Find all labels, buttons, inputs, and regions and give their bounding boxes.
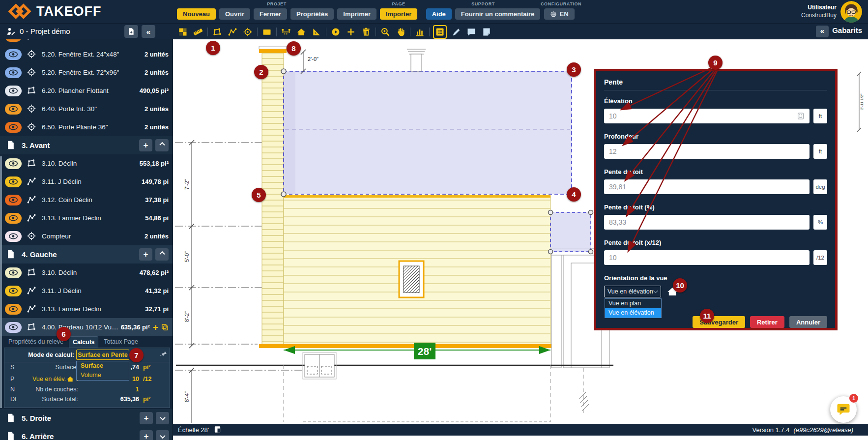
header-button[interactable]: Aide <box>426 8 452 20</box>
mode-option[interactable]: Volume <box>77 371 129 380</box>
page-group-row[interactable]: 6. Arrière + <box>0 427 173 440</box>
value-input[interactable]: 83,33 <box>604 215 810 230</box>
gable-selection[interactable] <box>284 71 572 194</box>
language-button[interactable]: EN <box>544 8 574 20</box>
rectangle-icon[interactable] <box>261 26 273 38</box>
orientation-option[interactable]: Vue en élévation <box>605 308 661 318</box>
value-input[interactable]: 10 <box>604 109 810 123</box>
keypad-icon[interactable] <box>797 112 805 120</box>
chat-fab[interactable]: 1 <box>830 396 857 423</box>
roof-pitch-icon[interactable] <box>295 26 307 38</box>
calc-label[interactable]: Surface total: <box>8 396 78 403</box>
visibility-eye-toggle[interactable] <box>5 176 22 187</box>
gabarits-label[interactable]: Gabarits <box>832 26 862 34</box>
mode-option[interactable]: Surface <box>77 361 129 371</box>
polygon-icon[interactable] <box>211 26 223 38</box>
takeoff-list-item[interactable]: 2.00. Cloison Int. <box>0 39 173 45</box>
takeoff-list-item[interactable]: 3.12. Coin Déclin 37,38 pi <box>0 191 173 209</box>
calc-label[interactable]: Surface: <box>8 364 78 371</box>
takeoff-list-item[interactable]: 5.20. Fenêtre Ext. 24"x48" 2 unités <box>0 45 173 63</box>
takeoff-list-item[interactable]: 3.13. Larmier Déclin 32,71 pi <box>0 300 173 318</box>
visibility-eye-toggle[interactable] <box>5 213 22 224</box>
details-tab[interactable]: Calculs <box>69 336 98 348</box>
visibility-eye-toggle[interactable] <box>5 231 22 242</box>
expand-group-button[interactable] <box>156 412 169 424</box>
add-measure-button[interactable]: + <box>153 323 158 332</box>
takeoff-list-item[interactable]: 6.40. Porte Int. 30" 2 unités <box>0 100 173 118</box>
header-button[interactable]: Fermer <box>254 8 287 20</box>
page-group-row[interactable]: 3. Avant + <box>0 136 173 154</box>
add-icon[interactable] <box>345 26 357 38</box>
visibility-eye-toggle[interactable] <box>5 39 22 42</box>
set-square-icon[interactable] <box>311 26 322 38</box>
takeoff-list-item[interactable]: 4.00. Bardeau 10/12 Vue en… 635,36 pi² + <box>0 318 173 336</box>
visibility-eye-toggle[interactable] <box>5 158 22 169</box>
polyline-icon[interactable] <box>227 26 238 38</box>
value-input[interactable]: 10 <box>604 250 810 265</box>
orientation-select[interactable]: Vue en élévation Vue en planVue en éléva… <box>604 286 661 297</box>
visibility-eye-toggle[interactable] <box>5 322 22 333</box>
collapse-sidebar-button[interactable]: « <box>142 25 155 38</box>
new-page-button[interactable] <box>124 25 138 38</box>
expand-group-button[interactable] <box>156 430 169 440</box>
header-button[interactable]: Ouvrir <box>219 8 250 20</box>
visibility-eye-toggle[interactable] <box>5 67 22 78</box>
takeoff-list-item[interactable]: 3.11. J Déclin 149,78 pi <box>0 173 173 191</box>
collapse-group-button[interactable] <box>155 248 169 261</box>
duplicate-button[interactable] <box>161 323 169 331</box>
takeoff-list-item[interactable]: 3.10. Déclin 478,62 pi² <box>0 264 173 282</box>
comment-icon[interactable] <box>465 26 477 38</box>
takeoff-list-item[interactable]: Compteur 2 unités <box>0 227 173 245</box>
collapse-group-button[interactable] <box>155 139 169 151</box>
add-item-button[interactable]: + <box>140 412 153 424</box>
takeoff-list-item[interactable]: 3.11. J Déclin 41,32 pi <box>0 282 173 300</box>
visibility-eye-toggle[interactable] <box>5 304 22 315</box>
page-group-row[interactable]: 5. Droite + <box>0 409 173 427</box>
header-button[interactable]: Propriétés <box>290 8 334 20</box>
header-button[interactable]: Fournir un commentaire <box>455 8 541 20</box>
orientation-option[interactable]: Vue en plan <box>605 299 661 308</box>
dimension-icon[interactable] <box>280 26 292 38</box>
details-tab[interactable]: Totaux Page <box>100 336 142 348</box>
avatar[interactable] <box>840 1 862 23</box>
takeoff-list-icon[interactable] <box>433 25 447 39</box>
collapse-gabarits-button[interactable]: « <box>816 26 829 37</box>
takeoff-list-item[interactable]: 6.50. Porte Pliante 36" 2 unités <box>0 118 173 136</box>
mode-select[interactable]: Surface en Pente <box>76 350 129 360</box>
visibility-eye-toggle[interactable] <box>5 122 22 133</box>
chart-icon[interactable] <box>414 26 426 38</box>
page-group-row[interactable]: 4. Gauche + <box>0 245 173 264</box>
target-icon[interactable] <box>242 26 254 38</box>
small-selection[interactable] <box>550 212 591 252</box>
add-item-button[interactable]: + <box>139 248 152 261</box>
page-orientation-icon[interactable] <box>214 426 221 434</box>
takeoff-list-item[interactable]: 3.10. Déclin 553,18 pi² <box>0 154 173 173</box>
visibility-eye-toggle[interactable] <box>5 86 22 96</box>
dialog-button[interactable]: Annuler <box>789 316 827 328</box>
header-button[interactable]: Imprimer <box>337 8 376 20</box>
visibility-eye-toggle[interactable] <box>5 195 22 205</box>
calc-label[interactable]: Nb de couches: <box>8 386 78 393</box>
note-icon[interactable] <box>481 26 492 38</box>
calc-label[interactable]: Vue en élév. : <box>8 376 78 382</box>
takeoff-list-item[interactable]: 5.20. Fenêtre Ext. 72"x96" 2 unités <box>0 63 173 82</box>
add-item-button[interactable]: + <box>140 430 153 440</box>
add-item-button[interactable]: + <box>139 139 152 151</box>
visibility-eye-toggle[interactable] <box>5 267 22 278</box>
layers-icon[interactable] <box>177 26 189 38</box>
visibility-eye-toggle[interactable] <box>5 49 22 60</box>
value-input[interactable]: 12 <box>604 144 810 159</box>
value-input[interactable]: 39,81 <box>604 179 810 194</box>
ruler-icon[interactable] <box>192 26 204 38</box>
header-button[interactable]: Importer <box>380 8 418 20</box>
dialog-button[interactable]: Retirer <box>750 316 784 328</box>
header-button[interactable]: Nouveau <box>177 8 216 20</box>
takeoff-list-item[interactable]: 3.13. Larmier Déclin 54,86 pi <box>0 209 173 227</box>
play-icon[interactable] <box>330 26 342 38</box>
takeoff-list-item[interactable]: 6.20. Plancher Flottant 490,05 pi² <box>0 82 173 100</box>
zoom-in-icon[interactable] <box>379 26 391 38</box>
visibility-eye-toggle[interactable] <box>5 104 22 115</box>
pan-hand-icon[interactable] <box>395 26 406 38</box>
visibility-eye-toggle[interactable] <box>5 286 22 296</box>
highlighter-icon[interactable] <box>450 26 462 38</box>
